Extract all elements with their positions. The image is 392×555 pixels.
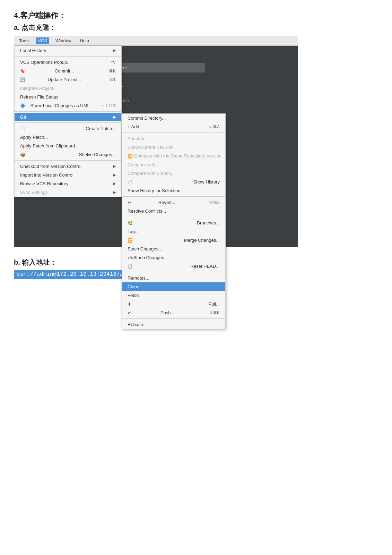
git-push[interactable]: ✔ Push... ⇧⌘K [122, 308, 225, 317]
merge-icon: 🔀 [128, 238, 133, 243]
menu-item-shelve[interactable]: 📦 Shelve Changes... [15, 150, 121, 159]
menu-bar: Tools VCS Window Help [14, 36, 298, 46]
menu-item-refresh[interactable]: Refresh File Status [15, 93, 121, 101]
sync-arrow: ▶ [113, 190, 116, 195]
submenu-arrow: ▶ [113, 48, 116, 53]
subheading-a: a. 点击克隆： [14, 23, 378, 32]
commit-icon: 🔖 [20, 69, 25, 74]
git-fetch[interactable]: Fetch [122, 291, 225, 300]
menu-item-update[interactable]: 🔄 Update Project... ⌘T [15, 75, 121, 84]
git-pull[interactable]: ⬇ Pull... [122, 300, 225, 308]
compare-icon: 🔀 [128, 154, 133, 159]
git-reset-head[interactable]: 📋 Reset HEAD... [122, 262, 225, 271]
git-divider-4 [122, 272, 225, 272]
git-compare-branch: Compare with Branch... [122, 169, 225, 178]
git-resolve-conflicts[interactable]: Resolve Conflicts... [122, 207, 225, 215]
pull-icon: ⬇ [128, 302, 131, 307]
menu-item-git-header[interactable]: Git ▶ [15, 113, 121, 121]
vcs-dropdown: Local History ▶ VCS Operations Popup... … [14, 46, 122, 197]
git-tag[interactable]: Tag... [122, 227, 225, 236]
git-rebase[interactable]: Rebase... [122, 320, 225, 329]
divider-4 [15, 160, 121, 161]
menu-item-local-history[interactable]: Local History ▶ [15, 46, 121, 55]
browse-arrow: ▶ [113, 181, 116, 186]
history-icon: 🕐 [128, 180, 133, 185]
menu-item-checkout[interactable]: Checkout from Version Control ▶ [15, 162, 121, 171]
menu-item-import[interactable]: Import into Version Control ▶ [15, 171, 121, 179]
branch-icon: 🌿 [128, 221, 133, 225]
update-icon: 🔄 [20, 77, 25, 82]
divider-1 [15, 56, 121, 57]
git-unstash[interactable]: UnStash Changes... [122, 253, 225, 262]
push-icon: ✔ [128, 310, 131, 315]
uml-icon: 🔷 [20, 103, 25, 108]
menu-item-create-patch[interactable]: 📄 Create Patch... [15, 124, 121, 133]
menu-item-integrate: Integrate Project... [15, 84, 121, 93]
git-merge[interactable]: 🔀 Merge Changes... [122, 236, 225, 245]
git-compare-same: 🔀 Compare with the Same Repository Versi… [122, 152, 225, 160]
menu-help[interactable]: Help [78, 37, 91, 44]
git-divider-5 [122, 318, 225, 319]
menu-tools[interactable]: Tools [17, 37, 32, 44]
git-show-history[interactable]: 🕐 Show History [122, 178, 225, 186]
page-heading: 4.客户端操作： [14, 10, 378, 21]
git-add[interactable]: + Add ⌥⌘A [122, 122, 225, 131]
menu-item-browse[interactable]: Browse VCS Repository ▶ [15, 179, 121, 188]
reset-icon: 📋 [128, 264, 133, 269]
git-submenu: Commit Directory... + Add ⌥⌘A Annotate S… [122, 113, 226, 329]
git-show-history-selection[interactable]: Show History for Selection [122, 186, 225, 195]
patch-icon: 📄 [20, 126, 25, 131]
menu-window[interactable]: Window [53, 37, 73, 44]
screenshot-content: Search Everywhere Go to File ⇧⌘O Recent … [14, 46, 298, 247]
menu-item-sync: Sync Settings ▶ [15, 188, 121, 197]
screenshot-container: Tools VCS Window Help Search Everywhere … [14, 36, 298, 247]
git-compare-with: Compare with... [122, 160, 225, 169]
menu-item-apply-patch-clipboard[interactable]: Apply Patch from Clipboard... [15, 142, 121, 150]
git-submenu-arrow: ▶ [113, 115, 116, 119]
git-commit-directory[interactable]: Commit Directory... [122, 114, 225, 122]
menu-item-vcs-operations[interactable]: VCS Operations Popup... ^V [15, 58, 121, 67]
git-divider-1 [122, 133, 225, 133]
git-revert[interactable]: ↩ Revert... ⌥⌘Z [122, 198, 225, 207]
divider-3 [15, 122, 121, 123]
git-remotes[interactable]: Remotes... [122, 274, 225, 282]
git-divider-2 [122, 196, 225, 197]
menu-item-commit[interactable]: 🔖 Commit... ⌘K [15, 67, 121, 75]
git-annotate: Annotate [122, 134, 225, 143]
shelve-icon: 📦 [20, 152, 25, 157]
divider-2 [15, 111, 121, 112]
git-branches[interactable]: 🌿 Branches... [122, 219, 225, 227]
import-arrow: ▶ [113, 173, 116, 177]
checkout-arrow: ▶ [113, 164, 116, 169]
revert-icon: ↩ [128, 200, 131, 205]
menu-vcs[interactable]: VCS [36, 37, 49, 44]
menu-item-show-local-changes[interactable]: 🔷 Show Local Changes as UML ⌥⇧⌘D [15, 101, 121, 110]
git-stash[interactable]: Stash Changes... [122, 245, 225, 253]
menu-item-apply-patch[interactable]: Apply Patch... [15, 133, 121, 142]
git-show-current: Show Current Revision [122, 143, 225, 152]
git-divider-3 [122, 217, 225, 217]
git-clone[interactable]: Clone... [122, 282, 225, 291]
